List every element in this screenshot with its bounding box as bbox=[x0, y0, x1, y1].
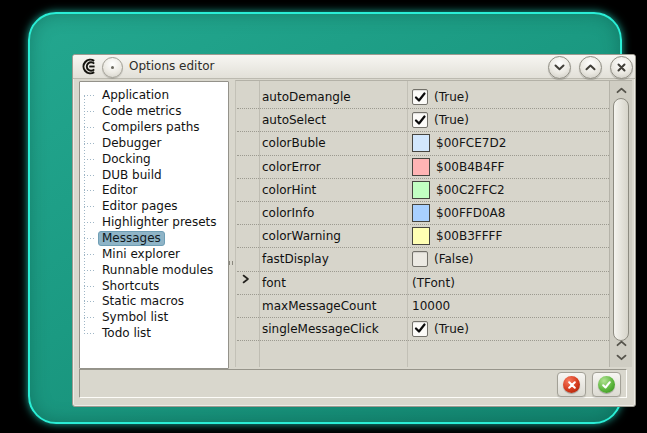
categories-panel: ApplicationCode metricsCompilers pathsDe… bbox=[79, 81, 229, 369]
checkbox-checked[interactable] bbox=[412, 112, 428, 128]
sidebar-item-label: DUB build bbox=[98, 168, 166, 183]
property-row-font[interactable]: font(TFont) bbox=[237, 272, 609, 295]
sidebar-item-label: Mini explorer bbox=[98, 247, 184, 262]
sidebar-item-label: Docking bbox=[98, 152, 155, 167]
sidebar-item-label: Debugger bbox=[98, 136, 165, 151]
property-value: (True) bbox=[407, 112, 609, 128]
sidebar-item-todo-list[interactable]: Todo list bbox=[80, 326, 228, 342]
property-row-autoDemangle[interactable]: autoDemangle(True) bbox=[237, 86, 609, 109]
sidebar-item-editor-pages[interactable]: Editor pages bbox=[80, 199, 228, 215]
tree-branch-icon bbox=[84, 333, 95, 334]
sidebar-item-compilers-paths[interactable]: Compilers paths bbox=[80, 120, 228, 136]
property-row-maxMessageCount[interactable]: maxMessageCount10000 bbox=[237, 295, 609, 318]
property-name: colorInfo bbox=[237, 206, 407, 220]
sidebar-item-debugger[interactable]: Debugger bbox=[80, 136, 228, 152]
scrollbar-thumb[interactable] bbox=[613, 98, 629, 341]
checkbox-unchecked[interactable] bbox=[412, 251, 428, 267]
accept-button[interactable] bbox=[592, 372, 621, 397]
sidebar-item-label: Todo list bbox=[98, 326, 155, 341]
sidebar-item-static-macros[interactable]: Static macros bbox=[80, 294, 228, 310]
options-editor-window: Options editor ApplicationCode metricsCo… bbox=[72, 54, 636, 407]
chevron-down-icon bbox=[554, 64, 565, 71]
sidebar-item-label: Runnable modules bbox=[98, 263, 217, 278]
color-swatch[interactable] bbox=[412, 158, 430, 176]
sidebar-item-editor[interactable]: Editor bbox=[80, 183, 228, 199]
vertical-scrollbar[interactable] bbox=[609, 81, 632, 367]
property-row-colorInfo[interactable]: colorInfo$00FFD0A8 bbox=[237, 202, 609, 225]
sidebar-item-mini-explorer[interactable]: Mini explorer bbox=[80, 246, 228, 262]
tree-guide-line bbox=[84, 96, 85, 335]
checkbox-checked[interactable] bbox=[412, 89, 428, 105]
color-swatch[interactable] bbox=[412, 134, 430, 152]
footer-bar bbox=[79, 369, 627, 398]
sidebar-item-highlighter-presets[interactable]: Highlighter presets bbox=[80, 215, 228, 231]
property-grid: autoDemangle(True)autoSelect(True)colorB… bbox=[235, 80, 632, 367]
property-value-text: $00C2FFC2 bbox=[436, 183, 505, 197]
tree-branch-icon bbox=[84, 317, 95, 318]
scroll-down-button[interactable] bbox=[610, 351, 632, 364]
cancel-button[interactable] bbox=[557, 372, 586, 397]
sidebar-item-messages[interactable]: Messages bbox=[80, 231, 228, 247]
property-value-text: $00FFD0A8 bbox=[436, 206, 505, 220]
checkbox-checked[interactable] bbox=[412, 321, 428, 337]
check-icon bbox=[414, 115, 426, 126]
tree-branch-icon bbox=[84, 254, 95, 255]
property-value: (True) bbox=[407, 321, 609, 337]
property-name: colorError bbox=[237, 160, 407, 174]
color-swatch[interactable] bbox=[412, 181, 430, 199]
property-row-fastDisplay[interactable]: fastDisplay(False) bbox=[237, 248, 609, 271]
tree-branch-icon bbox=[84, 190, 95, 191]
panel-splitter[interactable] bbox=[228, 81, 234, 367]
property-value: (False) bbox=[407, 251, 609, 267]
tree-branch-icon bbox=[84, 206, 95, 207]
expand-arrow-icon[interactable] bbox=[242, 274, 256, 290]
scroll-up-button[interactable] bbox=[610, 84, 632, 97]
scroll-up-button-secondary[interactable] bbox=[610, 337, 632, 350]
property-value-text: (False) bbox=[434, 252, 474, 266]
property-name: colorWarning bbox=[237, 229, 407, 243]
window-menu-button[interactable] bbox=[102, 57, 123, 78]
window-frame[interactable]: Options editor ApplicationCode metricsCo… bbox=[28, 12, 622, 424]
close-button[interactable] bbox=[610, 56, 633, 79]
property-row-colorWarning[interactable]: colorWarning$00B3FFFF bbox=[237, 225, 609, 248]
sidebar-item-label: Compilers paths bbox=[98, 120, 204, 135]
property-row-colorError[interactable]: colorError$00B4B4FF bbox=[237, 156, 609, 179]
sidebar-item-runnable-modules[interactable]: Runnable modules bbox=[80, 262, 228, 278]
titlebar[interactable]: Options editor bbox=[73, 55, 635, 79]
color-swatch[interactable] bbox=[412, 204, 430, 222]
dot-icon bbox=[111, 66, 114, 69]
property-row-colorHint[interactable]: colorHint$00C2FFC2 bbox=[237, 179, 609, 202]
shade-button[interactable] bbox=[548, 56, 571, 79]
property-row-singleMessageClick[interactable]: singleMessageClick(True) bbox=[237, 318, 609, 341]
property-value-text[interactable]: (TFont) bbox=[412, 276, 455, 290]
check-icon bbox=[414, 92, 426, 103]
tree-branch-icon bbox=[84, 238, 95, 239]
property-value-text[interactable]: 10000 bbox=[412, 299, 450, 313]
property-value: $00FFD0A8 bbox=[407, 204, 609, 222]
tree-branch-icon bbox=[84, 270, 95, 271]
chevron-up-icon bbox=[585, 64, 596, 71]
sidebar-item-application[interactable]: Application bbox=[80, 88, 228, 104]
sidebar-item-dub-build[interactable]: DUB build bbox=[80, 167, 228, 183]
maximize-button[interactable] bbox=[579, 56, 602, 79]
property-value: $00B4B4FF bbox=[407, 158, 609, 176]
sidebar-item-docking[interactable]: Docking bbox=[80, 151, 228, 167]
sidebar-item-code-metrics[interactable]: Code metrics bbox=[80, 104, 228, 120]
tree-branch-icon bbox=[84, 301, 95, 302]
chevron-up-icon bbox=[616, 340, 627, 347]
footer-buttons bbox=[557, 372, 621, 397]
desktop-background: Options editor ApplicationCode metricsCo… bbox=[0, 0, 647, 433]
color-swatch[interactable] bbox=[412, 227, 430, 245]
property-value: (True) bbox=[407, 89, 609, 105]
splitter-grip-icon bbox=[229, 261, 233, 265]
property-row-autoSelect[interactable]: autoSelect(True) bbox=[237, 109, 609, 132]
sidebar-item-symbol-list[interactable]: Symbol list bbox=[80, 310, 228, 326]
property-name: colorHint bbox=[237, 183, 407, 197]
sidebar-item-shortcuts[interactable]: Shortcuts bbox=[80, 278, 228, 294]
property-row-colorBuble[interactable]: colorBuble$00FCE7D2 bbox=[237, 132, 609, 155]
property-value-text: $00B3FFFF bbox=[436, 229, 502, 243]
sidebar-item-label: Code metrics bbox=[98, 104, 185, 119]
property-value: $00C2FFC2 bbox=[407, 181, 609, 199]
property-value: $00FCE7D2 bbox=[407, 134, 609, 152]
property-value-text: (True) bbox=[434, 90, 469, 104]
